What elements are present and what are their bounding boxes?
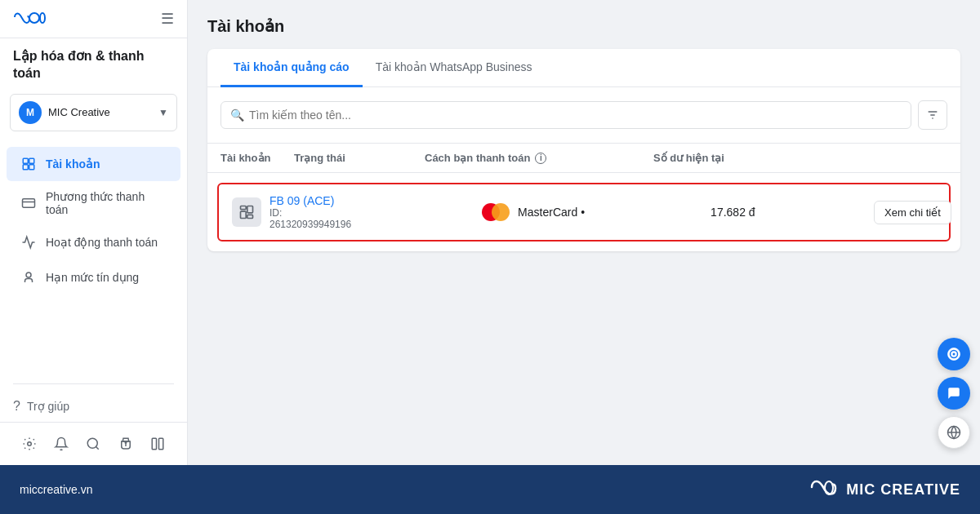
payment-method: MasterCard • — [482, 202, 585, 222]
page-header: Tài khoản — [188, 0, 980, 49]
sidebar-bottom-icons — [0, 422, 187, 465]
sidebar-nav: Tài khoản Phương thức thanh toán Hoạt — [0, 140, 187, 377]
tab-whatsapp[interactable]: Tài khoản WhatsApp Business — [363, 49, 546, 87]
sidebar-header: ☰ — [0, 0, 187, 38]
settings-icon[interactable] — [16, 431, 42, 457]
avatar: M — [19, 101, 42, 124]
page-title: Tài khoản — [207, 16, 960, 36]
svg-rect-20 — [241, 211, 247, 218]
col-status: Trạng thái — [294, 152, 425, 164]
footer-logo-icon — [810, 478, 840, 501]
svg-point-10 — [88, 438, 98, 448]
sidebar-item-label: Hạn mức tín dụng — [46, 271, 139, 284]
svg-rect-2 — [23, 158, 28, 163]
search-icon: 🔍 — [230, 109, 244, 122]
svg-line-11 — [96, 446, 99, 449]
svg-point-8 — [26, 273, 31, 277]
accounts-icon — [20, 155, 38, 173]
view-detail-button[interactable]: Xem chi tiết — [874, 201, 951, 224]
search-wrapper: 🔍 — [220, 101, 911, 129]
account-details: FB 09 (ACE) ID: 261320939949196 — [270, 194, 351, 230]
payment-label: MasterCard • — [518, 206, 585, 219]
svg-point-0 — [29, 13, 39, 23]
search-input[interactable] — [220, 101, 911, 129]
svg-point-28 — [825, 481, 833, 494]
svg-rect-22 — [247, 215, 253, 218]
cell-balance: 17.682 đ — [710, 206, 874, 219]
sidebar-item-credit-limit[interactable]: Hạn mức tín dụng — [7, 260, 180, 295]
account-id: ID: 261320939949196 — [270, 207, 351, 230]
floating-buttons — [938, 338, 970, 449]
svg-point-9 — [27, 442, 31, 446]
bell-icon[interactable] — [48, 431, 74, 457]
col-account: Tài khoản — [220, 152, 294, 164]
svg-point-25 — [953, 353, 956, 356]
bug-icon[interactable] — [113, 431, 139, 457]
table-header: Tài khoản Trạng thái Cách bạn thanh toán… — [207, 144, 960, 173]
filter-button[interactable] — [918, 100, 947, 130]
chevron-down-icon: ▼ — [158, 107, 168, 118]
cell-account: FB 09 (ACE) ID: 261320939949196 — [232, 194, 351, 230]
footer-right: MIC CREATIVE — [810, 478, 960, 501]
sidebar: ☰ Lập hóa đơn & thanh toán M MIC Creativ… — [0, 0, 188, 465]
table-row: FB 09 (ACE) ID: 261320939949196 Ma — [217, 183, 951, 241]
svg-rect-21 — [247, 206, 253, 213]
svg-rect-3 — [29, 158, 34, 163]
cell-action: Xem chi tiết — [874, 201, 960, 224]
payment-info-icon[interactable]: i — [535, 153, 546, 164]
account-icon — [232, 197, 261, 227]
svg-rect-14 — [153, 438, 157, 450]
footer: miccreative.vn MIC CREATIVE — [0, 465, 980, 514]
mc-circle-right — [492, 203, 510, 221]
sidebar-title-text: Lập hóa đơn & thanh toán — [13, 48, 174, 82]
payment-methods-icon — [20, 194, 38, 212]
columns-icon[interactable] — [145, 431, 171, 457]
footer-brand: MIC CREATIVE — [846, 481, 960, 498]
account-info: FB 09 (ACE) ID: 261320939949196 — [232, 194, 351, 230]
payment-activity-icon — [20, 233, 38, 251]
meta-logo-icon — [13, 11, 46, 28]
meta-logo — [13, 11, 46, 28]
svg-rect-4 — [23, 164, 28, 169]
search-icon[interactable] — [80, 431, 106, 457]
col-payment: Cách bạn thanh toán i — [425, 152, 653, 164]
credit-limit-icon — [20, 268, 38, 286]
sidebar-item-payment-methods[interactable]: Phương thức thanh toán — [7, 182, 180, 224]
account-name: MIC Creative — [48, 106, 158, 118]
sidebar-item-label: Tài khoản — [46, 157, 100, 171]
tabs-bar: Tài khoản quảng cáo Tài khoản WhatsApp B… — [207, 49, 960, 87]
help-label: Trợ giúp — [27, 400, 69, 413]
account-selector[interactable]: M MIC Creative ▼ — [10, 94, 177, 131]
search-section: 🔍 — [207, 87, 960, 144]
content-card: Tài khoản quảng cáo Tài khoản WhatsApp B… — [207, 49, 960, 251]
svg-rect-15 — [159, 438, 163, 450]
hamburger-icon[interactable]: ☰ — [161, 10, 174, 28]
svg-rect-5 — [29, 164, 34, 169]
footer-logo: MIC CREATIVE — [810, 478, 960, 501]
col-action — [817, 152, 915, 164]
message-float-button[interactable] — [938, 377, 970, 410]
col-more — [915, 152, 947, 164]
account-name-link[interactable]: FB 09 (ACE) — [270, 194, 351, 207]
svg-point-1 — [40, 13, 45, 23]
chat-float-button[interactable] — [938, 338, 970, 370]
svg-point-13 — [125, 442, 127, 444]
main-content: Tài khoản Tài khoản quảng cáo Tài khoản … — [188, 0, 980, 465]
globe-float-button[interactable] — [938, 416, 970, 449]
sidebar-title: Lập hóa đơn & thanh toán — [0, 38, 187, 86]
help-item[interactable]: ? Trợ giúp — [0, 391, 187, 422]
sidebar-item-payment-activity[interactable]: Hoạt động thanh toán — [7, 225, 180, 259]
sidebar-divider — [13, 383, 174, 384]
col-balance: Số dư hiện tại — [653, 152, 817, 164]
sidebar-item-label: Phương thức thanh toán — [46, 190, 167, 216]
sidebar-item-accounts[interactable]: Tài khoản — [7, 147, 180, 181]
svg-rect-19 — [241, 206, 247, 210]
footer-website: miccreative.vn — [20, 483, 92, 496]
sidebar-item-label: Hoạt động thanh toán — [46, 236, 158, 249]
cell-payment: MasterCard • — [482, 202, 710, 222]
svg-rect-6 — [23, 198, 35, 207]
mastercard-logo — [482, 202, 511, 222]
tab-ad-accounts[interactable]: Tài khoản quảng cáo — [220, 49, 363, 87]
help-icon: ? — [13, 399, 20, 414]
